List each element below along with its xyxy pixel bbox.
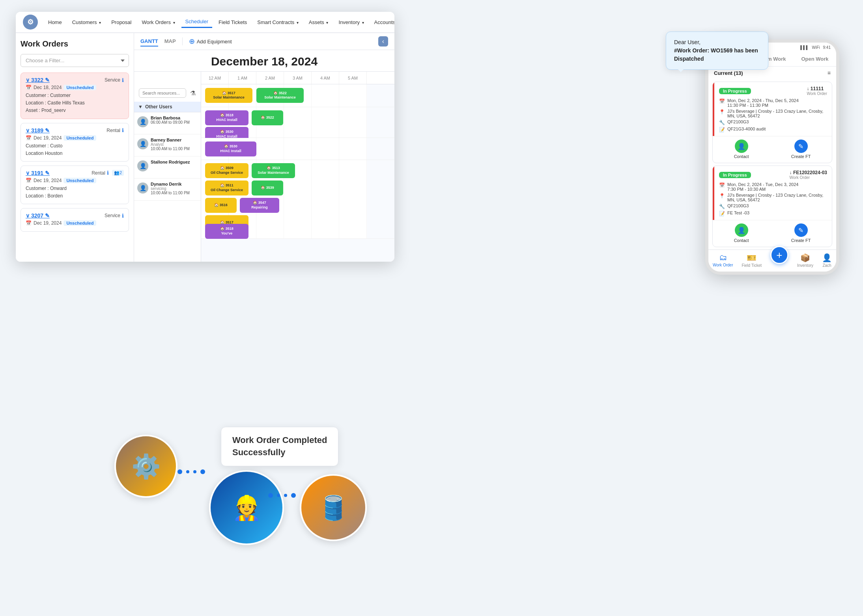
create-ft-icon-1: ✎ (794, 140, 808, 153)
wo-status-3189: Unscheduled (64, 135, 96, 141)
phone-tab-openwork[interactable]: Open Work (794, 52, 836, 66)
gantt-timeline: 12 AM 1 AM 2 AM 3 AM 4 AM 5 AM (201, 72, 394, 262)
phone-nav-inventory[interactable]: 📦 Inventory (797, 253, 813, 268)
wo-card-3207: ∨ 3207 ✎ Service ℹ 📅 Dec 19, 2024 Unsche… (21, 208, 129, 232)
gantt-grid: ⚗ ▼ Other Users 👤 Brian Barbosa 06:00 AM… (134, 72, 394, 262)
desktop-app-window: ⚙ Home Customers ▾ Proposal Work Orders … (16, 12, 394, 262)
contact-button-1[interactable]: 👤 Contact (734, 140, 749, 159)
wo-id-3207[interactable]: ∨ 3207 ✎ (26, 212, 50, 219)
avatar-stallone: 👤 (137, 160, 148, 171)
nav-inventory[interactable]: Inventory ▾ (334, 17, 368, 28)
user-nav-icon: 👤 (822, 253, 832, 262)
wo-type-3207: Service ℹ (105, 213, 124, 219)
gantt-back-button[interactable]: ‹ (378, 36, 388, 47)
gantt-tab-gantt[interactable]: GANTT (140, 37, 158, 47)
dots-line-1 (177, 469, 205, 474)
gantt-tab-map[interactable]: MAP (164, 37, 176, 47)
workorder-nav-icon: 🗂 (719, 253, 727, 262)
gantt-bar-3522-solar[interactable]: 🏠 3522Solar Maintenance (256, 88, 304, 103)
dot-2 (186, 470, 189, 473)
card-location-row-2: 📍 JJ's Beverage | Crosby - 123 Crazy Lan… (719, 193, 827, 202)
phone-nav-fieldticket[interactable]: 🎫 Field Ticket (742, 253, 762, 268)
filter-select[interactable]: Choose a Filter... (21, 54, 129, 67)
gantt-bar-3517-solar[interactable]: 🏠 3517Solar Maintenance (205, 88, 252, 103)
nav-customers[interactable]: Customers ▾ (68, 17, 105, 28)
contact-icon-1: 👤 (735, 140, 748, 153)
gantt-bar-3547[interactable]: 🏠 3547Repairing (240, 198, 279, 213)
oilrig-image: 🛢️ (301, 476, 365, 540)
phone-nav-fab[interactable]: + (770, 253, 788, 268)
dot-7 (284, 494, 287, 497)
nav-smartcontracts[interactable]: Smart Contracts ▾ (253, 17, 303, 28)
search-resources-input[interactable] (139, 88, 186, 98)
contact-icon-2: 👤 (735, 223, 748, 237)
plus-circle-icon: ⊕ (189, 37, 195, 46)
other-users-header: ▼ Other Users (134, 102, 201, 112)
create-ft-icon-2: ✎ (794, 223, 808, 237)
notification-bubble: Dear User,#Work Order: WO1569 has been D… (666, 32, 768, 70)
time-display: 9:41 (823, 45, 831, 50)
gantt-bar-3530-stallone[interactable]: 🏠 3530HVAC Install (205, 141, 256, 156)
nav-assets[interactable]: Assets ▾ (305, 17, 332, 28)
time-4am: 4 AM (312, 72, 339, 84)
filter-list-icon[interactable]: ≡ (828, 70, 831, 76)
wo-type-3322: Service ℹ (105, 77, 124, 83)
wo-type-3191: Rental ℹ 👥2 (92, 170, 124, 176)
dot-1 (177, 469, 182, 474)
time-5am: 5 AM (339, 72, 367, 84)
contact-button-2[interactable]: 👤 Contact (734, 223, 749, 243)
create-ft-button-1[interactable]: ✎ Create FT (791, 140, 811, 159)
resource-dynamo: 👤 Dynamo Derrik servicing 10:00 AM to 11… (134, 179, 201, 201)
nav-accounts[interactable]: Accounts ▾ (370, 17, 394, 28)
gantt-bar-3518-youve[interactable]: 🏠 3518You've (205, 224, 248, 239)
wo-id-3189[interactable]: ∨ 3189 ✎ (26, 127, 50, 134)
wo-type-3189: Rental ℹ (106, 127, 124, 133)
phone-nav-workorder[interactable]: 🗂 Work Order (713, 253, 733, 268)
nav-fieldtickets[interactable]: Field Tickets (215, 17, 251, 28)
gantt-row-stallone: 🏠 3530HVAC Install (201, 138, 394, 160)
card-date-row-2: 📅 Mon, Dec 2, 2024 - Tue, Dec 3, 20247:3… (719, 182, 827, 192)
create-ft-button-2[interactable]: ✎ Create FT (791, 223, 811, 243)
gantt-bar-3539[interactable]: 🏠 3539 (252, 181, 283, 195)
app-logo[interactable]: ⚙ (23, 15, 38, 30)
card-note-row-1: 📝 QF21G3-4000 audit (719, 127, 827, 132)
gantt-bar-3518-hvac[interactable]: 🏠 3518HVAC Install (205, 110, 248, 125)
machinery-image: ⚙️ (116, 436, 176, 496)
nav-scheduler[interactable]: Scheduler (181, 16, 213, 28)
wo-type-phone-2: Work Order (790, 175, 827, 180)
wo-date-3191: 📅 Dec 19, 2024 Unscheduled (26, 178, 124, 183)
gantt-bar-3516[interactable]: 🏠 3516 (205, 198, 237, 213)
nav-proposal[interactable]: Proposal (107, 17, 135, 28)
note-icon-2: 📝 (719, 211, 725, 216)
fab-button[interactable]: + (770, 246, 788, 264)
gantt-bar-3511[interactable]: 🏠 3511Oil Change Service (205, 181, 248, 195)
success-message: Work Order CompletedSuccessfully (221, 427, 338, 466)
card-actions-1: 👤 Contact ✎ Create FT (713, 136, 832, 163)
wo-status-3207: Unscheduled (64, 220, 96, 226)
add-equipment-button[interactable]: ⊕ Add Equipment (189, 37, 232, 46)
dot-4 (200, 469, 205, 474)
gantt-row-barney: 🏠 3518HVAC Install 🏠 3522 🏠 3530HVAC Ins… (201, 107, 394, 138)
gantt-bar-3522[interactable]: 🏠 3522 (252, 110, 283, 125)
gantt-time-header: 12 AM 1 AM 2 AM 3 AM 4 AM 5 AM (201, 72, 394, 84)
card-asset-row-2: 🔧 QF2100G3 (719, 203, 827, 209)
gantt-bar-3509[interactable]: 🏠 3509Oil Change Service (205, 163, 248, 178)
wo-id-3191[interactable]: ∨ 3191 ✎ (26, 170, 50, 176)
card-actions-2: 👤 Contact ✎ Create FT (713, 220, 832, 247)
time-1am: 1 AM (229, 72, 256, 84)
work-card-11111: In Progress ↓ 11111 Work Order 📅 Mon, De… (712, 82, 832, 163)
wo-id-phone-1: ↓ 11111 (807, 86, 828, 91)
gantt-bar-3513[interactable]: 🏠 3513Solar Maintenance (252, 163, 295, 178)
wo-card-3191: ∨ 3191 ✎ Rental ℹ 👥2 📅 Dec 19, 2024 Unsc… (21, 166, 129, 204)
gantt-row-dynamo: 🏠 3509Oil Change Service 🏠 3513Solar Mai… (201, 160, 394, 239)
nav-workorders[interactable]: Work Orders ▾ (138, 17, 179, 28)
time-2am: 2 AM (256, 72, 284, 84)
nav-home[interactable]: Home (44, 17, 66, 28)
circle-photo-machinery: ⚙️ (114, 435, 177, 498)
success-text: Work Order CompletedSuccessfully (232, 435, 327, 457)
phone-nav-zach[interactable]: 👤 Zach (822, 253, 832, 268)
wo-id-3322[interactable]: ∨ 3322 ✎ (26, 77, 50, 83)
asset-icon-1: 🔧 (719, 120, 725, 125)
navigation-bar: ⚙ Home Customers ▾ Proposal Work Orders … (16, 12, 394, 33)
filter-icon[interactable]: ⚗ (190, 89, 196, 97)
